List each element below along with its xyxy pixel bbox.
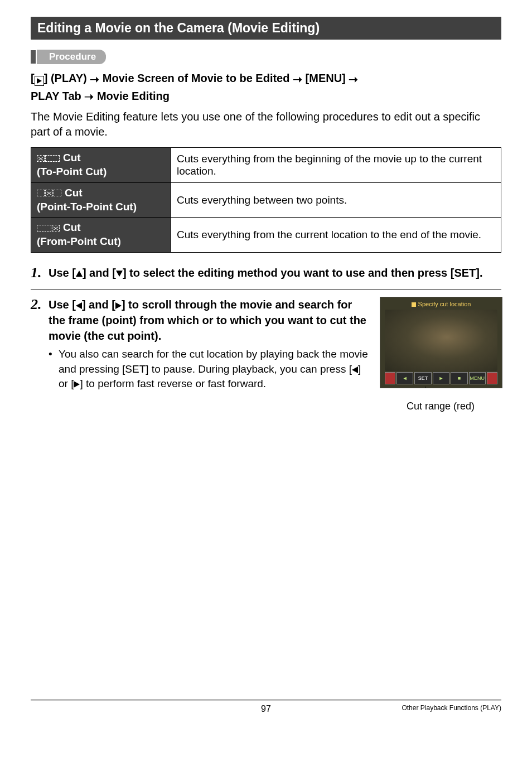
footer: 97 Other Playback Functions (PLAY): [31, 699, 501, 714]
table-row: Cut (To-Point Cut) Cuts everything from …: [31, 148, 501, 182]
breadcrumb: [] (PLAY) ➝ Movie Screen of Movie to be …: [31, 70, 501, 105]
s1-pre: Use [: [49, 267, 76, 279]
table-row: Cut (Point-To-Point Cut) Cuts everything…: [31, 182, 501, 217]
bc-part5: Movie Editing: [94, 90, 170, 102]
separator: [31, 290, 501, 290]
s2b-post: ] to perform fast reverse or fast forwar…: [80, 378, 266, 389]
table-row: Cut (From-Point Cut) Cuts everything fro…: [31, 218, 501, 252]
down-arrow-icon: [116, 271, 123, 277]
right-arrow-icon: [74, 381, 80, 388]
bc-part2: Movie Screen of Movie to be Edited: [99, 72, 293, 84]
thumb-set: SET: [414, 372, 431, 384]
page-number: 97: [187, 704, 344, 714]
arrow-icon: ➝: [293, 71, 302, 88]
arrow-icon: ➝: [90, 71, 99, 88]
arrow-icon: ➝: [84, 88, 94, 105]
bc-part3: [MENU]: [302, 72, 349, 84]
bullet-icon: •: [49, 347, 59, 392]
step-number: 1.: [31, 265, 49, 281]
square-icon: [412, 302, 416, 307]
row-label: Cut: [63, 151, 81, 165]
caption: Cut range (red): [380, 401, 501, 412]
row-sublabel: (From-Point Cut): [37, 235, 165, 249]
row-desc: Cuts everything between two points.: [171, 182, 501, 217]
footer-section: Other Playback Functions (PLAY): [345, 704, 501, 714]
procedure-heading: Procedure: [31, 50, 501, 64]
s2-pre: Use [: [49, 298, 76, 311]
cut-diagram-icon: [37, 155, 60, 162]
s1-mid: ] and [: [83, 267, 116, 279]
row-desc: Cuts everything from the beginning of th…: [171, 148, 501, 182]
left-arrow-icon: [76, 302, 82, 309]
row-desc: Cuts everything from the current locatio…: [171, 218, 501, 252]
procedure-bar: [31, 50, 36, 64]
s1-post: ] to select the editing method you want …: [123, 267, 483, 279]
play-icon: [35, 76, 44, 86]
thumb-controls: ◄ SET ► ■ MENU: [385, 372, 497, 383]
preview-screenshot: Specify cut location ◄ SET ► ■ MENU: [380, 297, 502, 388]
s2b-pre: You also can search for the cut location…: [59, 348, 368, 375]
procedure-label: Procedure: [37, 50, 106, 64]
intro-text: The Movie Editing feature lets you use o…: [31, 109, 501, 139]
thumb-menu: MENU: [469, 372, 486, 384]
row-label: Cut: [63, 221, 81, 235]
thumb-title: Specify cut location: [418, 301, 471, 307]
up-arrow-icon: [76, 271, 83, 277]
row-sublabel: (Point-To-Point Cut): [37, 200, 165, 214]
step-1: 1. Use [] and [] to select the editing m…: [31, 265, 501, 281]
step-2: 2. Use [] and [] to scroll through the m…: [31, 297, 370, 392]
s2-mid: ] and [: [82, 298, 115, 311]
cut-options-table: Cut (To-Point Cut) Cuts everything from …: [31, 147, 501, 252]
bc-part1: ] (PLAY): [44, 72, 90, 84]
row-sublabel: (To-Point Cut): [37, 165, 165, 179]
cut-diagram-icon: [37, 225, 60, 232]
section-title: Editing a Movie on the Camera (Movie Edi…: [31, 17, 501, 40]
bc-part4: PLAY Tab: [31, 90, 84, 102]
arrow-icon: ➝: [349, 71, 358, 88]
cut-diagram-icon: [37, 190, 61, 196]
right-arrow-icon: [115, 302, 122, 309]
procedure-arrow-icon: [37, 50, 45, 64]
thumb-scene: [385, 310, 497, 371]
step-number: 2.: [31, 297, 49, 313]
row-label: Cut: [65, 186, 83, 200]
left-arrow-icon: [352, 367, 358, 373]
pointer-line-icon: [425, 387, 425, 388]
